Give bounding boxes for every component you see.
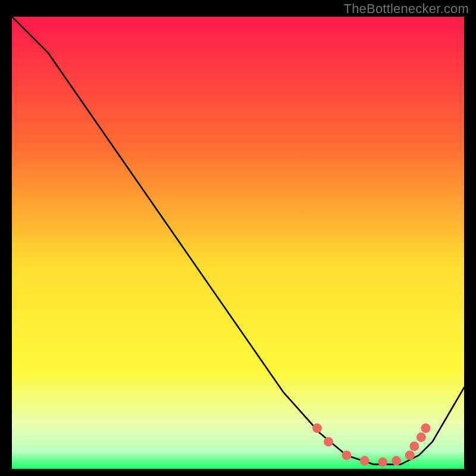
optimal-dot	[421, 424, 430, 433]
plot-area	[12, 17, 464, 469]
optimal-dot	[416, 433, 426, 442]
chart-frame: TheBottlenecker.com	[0, 0, 476, 476]
attribution-label: TheBottlenecker.com	[344, 1, 469, 17]
optimal-dot	[312, 424, 322, 433]
optimal-dot	[409, 441, 419, 451]
gradient-background	[12, 17, 464, 469]
chart-svg	[12, 17, 464, 469]
optimal-dot	[378, 458, 387, 467]
optimal-dot	[405, 450, 415, 460]
optimal-dot	[360, 456, 369, 465]
optimal-dot	[324, 437, 333, 446]
optimal-dot	[342, 450, 351, 460]
optimal-dot	[392, 456, 401, 465]
